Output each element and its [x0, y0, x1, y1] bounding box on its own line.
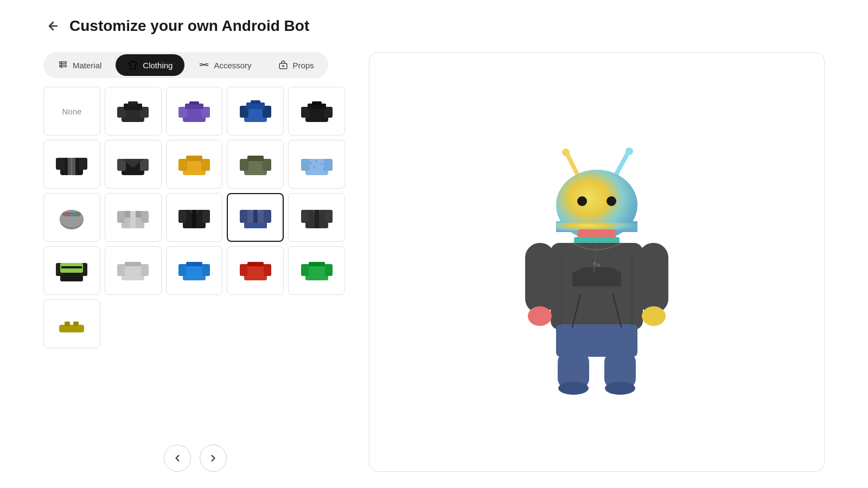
grid-item-c15[interactable] [105, 246, 162, 295]
grid-item-c10[interactable] [43, 193, 100, 242]
svg-rect-66 [192, 210, 196, 228]
props-icon [278, 60, 289, 70]
page-title: Customize your own Android Bot [69, 17, 309, 35]
svg-rect-27 [79, 158, 87, 170]
grid-item-c4[interactable] [288, 87, 345, 136]
next-button[interactable] [200, 445, 227, 472]
grid-item-c13[interactable] [288, 193, 345, 242]
main-content: Material Clothing [43, 52, 825, 472]
svg-rect-72 [244, 223, 267, 228]
svg-rect-116 [525, 243, 555, 313]
svg-point-1 [204, 65, 205, 66]
tabs-bar: Material Clothing [43, 52, 328, 78]
svg-rect-74 [301, 210, 309, 223]
svg-rect-85 [141, 264, 149, 276]
svg-rect-92 [240, 264, 247, 276]
svg-rect-61 [136, 211, 141, 217]
svg-point-55 [74, 213, 77, 216]
svg-rect-24 [312, 101, 322, 105]
svg-rect-96 [301, 264, 309, 276]
clothing-grid: None [43, 87, 347, 348]
svg-point-109 [607, 196, 616, 206]
grid-container: None [43, 87, 347, 434]
svg-point-46 [315, 160, 317, 162]
material-icon [58, 60, 68, 70]
svg-rect-83 [122, 264, 144, 280]
grid-item-c1[interactable] [105, 87, 162, 136]
cloth-icon-9 [299, 147, 334, 182]
svg-point-103 [562, 149, 570, 156]
grid-item-selected[interactable] [227, 193, 284, 242]
tab-material-label: Material [73, 61, 101, 70]
prev-button[interactable] [164, 445, 191, 472]
tab-accessory[interactable]: Accessory [187, 54, 263, 76]
svg-rect-84 [117, 264, 125, 276]
svg-rect-9 [128, 101, 138, 105]
grid-item-c12[interactable] [166, 193, 223, 242]
svg-rect-118 [639, 243, 668, 313]
svg-point-114 [593, 262, 596, 265]
svg-point-115 [597, 264, 600, 267]
svg-rect-35 [178, 159, 187, 171]
nav-buttons [43, 445, 347, 472]
grid-item-c9[interactable] [288, 140, 345, 189]
svg-point-45 [310, 162, 312, 164]
grid-item-none[interactable]: None [43, 87, 100, 136]
svg-rect-19 [251, 100, 260, 104]
svg-rect-60 [125, 211, 130, 217]
svg-point-105 [626, 147, 633, 155]
back-button[interactable] [43, 16, 63, 36]
tab-clothing-label: Clothing [143, 61, 173, 70]
tab-props[interactable]: Props [266, 54, 326, 76]
svg-rect-82 [61, 266, 82, 268]
cloth-icon-16 [177, 253, 212, 288]
clothing-icon [127, 60, 138, 70]
svg-rect-58 [141, 211, 149, 223]
tab-accessory-label: Accessory [214, 61, 251, 70]
grid-item-c2[interactable] [166, 87, 223, 136]
svg-rect-87 [183, 264, 206, 280]
svg-rect-99 [59, 325, 84, 332]
preview-panel [369, 52, 825, 472]
svg-rect-36 [201, 159, 210, 171]
tab-clothing[interactable]: Clothing [116, 54, 184, 76]
grid-item-c8[interactable] [227, 140, 284, 189]
cloth-icon-5 [54, 147, 89, 182]
grid-item-c19[interactable] [43, 299, 100, 348]
svg-rect-89 [202, 264, 210, 276]
cloth-icon-17 [238, 253, 273, 288]
svg-rect-59 [130, 211, 136, 228]
cloth-icon-6 [116, 147, 150, 182]
svg-rect-43 [301, 159, 310, 171]
svg-rect-44 [324, 159, 333, 171]
svg-rect-77 [315, 210, 319, 228]
svg-point-124 [605, 382, 635, 395]
grid-item-c18[interactable] [288, 246, 345, 295]
svg-rect-39 [240, 159, 248, 171]
grid-item-c6[interactable] [105, 140, 162, 189]
cloth-icon-13 [299, 200, 334, 235]
left-panel: Material Clothing [43, 52, 347, 472]
grid-item-c16[interactable] [166, 246, 223, 295]
page-container: Customize your own Android Bot Material [0, 0, 868, 488]
cloth-icon-7 [177, 147, 212, 182]
grid-item-c3[interactable] [227, 87, 284, 136]
cloth-icon-1 [116, 94, 150, 129]
svg-point-54 [70, 213, 73, 216]
svg-rect-63 [178, 210, 186, 223]
svg-line-104 [616, 152, 628, 175]
svg-rect-94 [247, 262, 264, 266]
grid-item-c11[interactable] [105, 193, 162, 242]
tab-material[interactable]: Material [46, 54, 113, 76]
grid-item-c7[interactable] [166, 140, 223, 189]
svg-rect-68 [240, 210, 247, 223]
grid-item-c5[interactable] [43, 140, 100, 189]
grid-item-c17[interactable] [227, 246, 284, 295]
cloth-icon-12 [177, 200, 212, 235]
svg-point-49 [323, 168, 325, 170]
grid-item-c14[interactable] [43, 246, 100, 295]
cloth-icon-15 [116, 253, 150, 288]
cloth-icon-18 [299, 253, 334, 288]
cloth-icon-selected [238, 200, 273, 235]
cloth-icon-11 [116, 200, 150, 235]
